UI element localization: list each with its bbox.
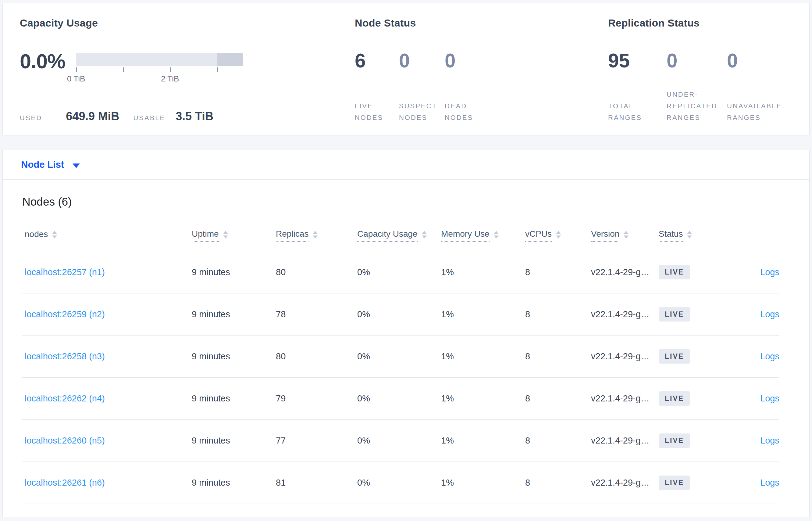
node-list-dropdown[interactable]: Node List xyxy=(21,159,80,170)
node-link[interactable]: localhost:26258 (n3) xyxy=(25,352,105,361)
usable-value: 3.5 TiB xyxy=(175,110,213,123)
replicas-cell: 80 xyxy=(276,267,357,277)
column-header-label: Status xyxy=(659,229,683,242)
memory-use-cell: 1% xyxy=(441,267,525,277)
stat-label: LIVE NODES xyxy=(355,100,399,123)
column-header-label: Capacity Usage xyxy=(357,229,417,242)
capacity-usage-cell: 0% xyxy=(357,436,441,446)
replicas-cell: 77 xyxy=(276,436,357,446)
node-link[interactable]: localhost:26259 (n2) xyxy=(25,309,105,319)
sort-arrows-icon xyxy=(313,231,318,239)
cluster-summary-card: Capacity Usage 0.0% 0 TiB2 TiB USED 649.… xyxy=(2,3,810,135)
status-badge: LIVE xyxy=(659,307,690,321)
column-header[interactable]: Replicas xyxy=(276,229,357,242)
capacity-bar-reserved-segment xyxy=(217,53,243,66)
uptime-cell: 9 minutes xyxy=(192,393,276,404)
version-cell: v22.1.4-29-g… xyxy=(591,478,659,488)
stat-label: TOTAL RANGES xyxy=(608,100,667,123)
status-badge: LIVE xyxy=(659,349,690,364)
node-status-title: Node Status xyxy=(355,17,608,29)
table-row: localhost:26260 (n5) 9 minutes 77 0% 1% … xyxy=(22,420,780,462)
stat-label: UNAVAILABLE RANGES xyxy=(727,100,797,123)
column-header-label: vCPUs xyxy=(525,229,552,242)
uptime-cell: 9 minutes xyxy=(192,436,276,446)
caret-down-icon xyxy=(73,163,80,168)
column-header[interactable]: Capacity Usage xyxy=(357,229,441,242)
table-row: localhost:26257 (n1) 9 minutes 80 0% 1% … xyxy=(22,251,780,293)
node-link[interactable]: localhost:26257 (n1) xyxy=(25,267,105,277)
vcpus-cell: 8 xyxy=(525,393,591,404)
summary-stat: 0 UNAVAILABLE RANGES xyxy=(727,51,797,125)
logs-link[interactable]: Logs xyxy=(760,352,780,361)
replicas-cell: 81 xyxy=(276,478,357,488)
vcpus-cell: 8 xyxy=(525,478,591,488)
column-header-label: Uptime xyxy=(192,229,219,242)
capacity-axis-labels: 0 TiB2 TiB xyxy=(76,74,243,83)
axis-tick-label: 2 TiB xyxy=(161,74,179,84)
summary-stat: 6 LIVE NODES xyxy=(355,51,399,125)
column-header-label: Replicas xyxy=(276,229,308,242)
uptime-cell: 9 minutes xyxy=(192,352,276,361)
memory-use-cell: 1% xyxy=(441,309,525,319)
stat-value: 0 xyxy=(445,51,506,70)
table-row: localhost:26261 (n6) 9 minutes 81 0% 1% … xyxy=(22,462,780,504)
column-header[interactable]: vCPUs xyxy=(525,229,591,242)
memory-use-cell: 1% xyxy=(441,478,525,488)
logs-link[interactable]: Logs xyxy=(760,478,780,488)
node-status-section: Node Status 6 LIVE NODES 0 SUSPECT NODES… xyxy=(355,17,608,125)
table-row: localhost:26258 (n3) 9 minutes 80 0% 1% … xyxy=(22,336,780,378)
view-selector-bar: Node List xyxy=(2,150,810,179)
nodes-table-body: localhost:26257 (n1) 9 minutes 80 0% 1% … xyxy=(22,251,780,504)
node-link[interactable]: localhost:26260 (n5) xyxy=(25,436,105,445)
replication-status-title: Replication Status xyxy=(608,17,797,29)
capacity-usage-cell: 0% xyxy=(357,267,441,277)
axis-tick-label: 0 TiB xyxy=(67,74,85,84)
column-header[interactable]: Status xyxy=(659,229,740,242)
stat-label: SUSPECT NODES xyxy=(399,100,445,123)
column-header-label: Memory Use xyxy=(441,229,489,242)
sort-arrows-icon xyxy=(494,231,499,239)
node-status-stats: 6 LIVE NODES 0 SUSPECT NODES 0 DEAD NODE… xyxy=(355,51,608,125)
capacity-usage-title: Capacity Usage xyxy=(20,17,355,29)
replication-status-section: Replication Status 95 TOTAL RANGES 0 UND… xyxy=(608,17,797,125)
nodes-table-card: Nodes (6) nodes Uptime Replicas Capacity… xyxy=(2,179,810,517)
capacity-usage-section: Capacity Usage 0.0% 0 TiB2 TiB USED 649.… xyxy=(20,17,355,125)
column-header[interactable]: Version xyxy=(591,229,659,242)
table-row: localhost:26259 (n2) 9 minutes 78 0% 1% … xyxy=(22,293,780,336)
stat-value: 0 xyxy=(727,51,797,70)
version-cell: v22.1.4-29-g… xyxy=(591,436,659,446)
stat-value: 0 xyxy=(667,51,727,70)
capacity-usage-cell: 0% xyxy=(357,478,441,488)
version-cell: v22.1.4-29-g… xyxy=(591,352,659,361)
uptime-cell: 9 minutes xyxy=(192,267,276,277)
vcpus-cell: 8 xyxy=(525,436,591,446)
usable-label: USABLE xyxy=(133,114,165,122)
capacity-bar xyxy=(76,53,243,66)
column-header[interactable]: nodes xyxy=(25,229,192,242)
sort-arrows-icon xyxy=(422,231,427,239)
stat-value: 6 xyxy=(355,51,399,70)
memory-use-cell: 1% xyxy=(441,352,525,361)
column-header[interactable]: Memory Use xyxy=(441,229,525,242)
version-cell: v22.1.4-29-g… xyxy=(591,309,659,319)
sort-arrows-icon xyxy=(624,231,628,239)
version-cell: v22.1.4-29-g… xyxy=(591,393,659,404)
column-header[interactable]: Uptime xyxy=(192,229,276,242)
sort-arrows-icon xyxy=(223,231,228,239)
status-badge: LIVE xyxy=(659,265,690,279)
version-cell: v22.1.4-29-g… xyxy=(591,267,659,277)
logs-link[interactable]: Logs xyxy=(760,267,780,277)
node-link[interactable]: localhost:26262 (n4) xyxy=(25,393,105,403)
stat-label: DEAD NODES xyxy=(445,100,506,123)
status-badge: LIVE xyxy=(659,391,690,406)
logs-link[interactable]: Logs xyxy=(760,393,780,403)
stat-value: 95 xyxy=(608,51,667,70)
node-link[interactable]: localhost:26261 (n6) xyxy=(25,478,105,488)
stat-label: UNDER-REPLICATED RANGES xyxy=(667,89,727,123)
nodes-table-header-row: nodes Uptime Replicas Capacity Usage Mem… xyxy=(22,221,780,251)
logs-link[interactable]: Logs xyxy=(760,436,780,445)
logs-link[interactable]: Logs xyxy=(760,309,780,319)
status-badge: LIVE xyxy=(659,476,690,490)
column-header[interactable] xyxy=(740,234,780,237)
vcpus-cell: 8 xyxy=(525,352,591,361)
